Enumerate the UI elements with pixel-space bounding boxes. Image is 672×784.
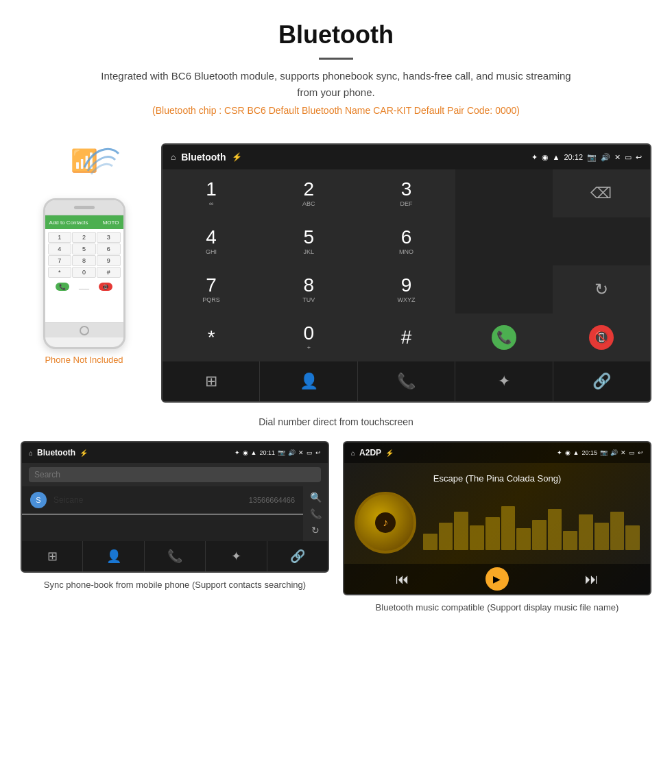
music-next-btn[interactable]: ⏭ (585, 571, 599, 587)
close-icon: ✕ (614, 153, 621, 162)
call-green-icon: 📞 (492, 325, 516, 350)
dial-key-call-red[interactable]: 📵 (553, 313, 650, 361)
music-cam-icon: 📷 (600, 449, 608, 456)
pb-contact-phone: 13566664466 (249, 496, 295, 504)
phone-speaker (74, 206, 95, 209)
music-song-title: Escape (The Pina Colada Song) (433, 473, 561, 484)
dial-key-9[interactable]: 9 WXYZ (357, 265, 455, 313)
wifi-signal-icon (81, 143, 122, 178)
dial-key-star[interactable]: * (163, 313, 260, 361)
dialer-key-8: 8 (72, 255, 96, 266)
backspace-icon: ⌫ (590, 185, 612, 202)
status-bar-right: ✦ ◉ ▲ 20:12 📷 🔊 ✕ ▭ ↩ (531, 153, 642, 162)
nav-contacts-icon[interactable]: 👤 (260, 361, 357, 401)
dialer-key-star: * (48, 267, 72, 278)
back-icon: ↩ (636, 153, 642, 162)
status-time: 20:12 (564, 153, 583, 161)
music-content: Escape (The Pina Colada Song) ♪ (344, 463, 650, 564)
caption-music: Bluetooth music compatible (Support disp… (343, 601, 651, 615)
music-prev-btn[interactable]: ⏮ (396, 571, 409, 587)
dial-key-empty-1 (455, 169, 553, 217)
music-screen: ⌂ A2DP ⚡ ✦ ◉ ▲ 20:15 📷 🔊 ✕ ▭ ↩ E (343, 441, 651, 595)
dial-key-8[interactable]: 8 TUV (260, 265, 357, 313)
android-status-bar: ⌂ Bluetooth ⚡ ✦ ◉ ▲ 20:12 📷 🔊 ✕ ▭ ↩ (163, 145, 650, 169)
dial-key-refresh[interactable]: ↻ (553, 265, 650, 313)
pb-loc-icon: ◉ (243, 449, 248, 456)
phonebook-card: ⌂ Bluetooth ⚡ ✦ ◉ ▲ 20:11 📷 🔊 ✕ ▭ ↩ (21, 441, 329, 615)
dialer-key-0: 0 (72, 267, 96, 278)
dialer-key-3: 3 (97, 232, 121, 243)
music-bt-icon: ✦ (557, 449, 562, 456)
dial-key-0[interactable]: 0 + (260, 313, 357, 361)
phone-home-circle (80, 326, 89, 335)
bottom-row: ⌂ Bluetooth ⚡ ✦ ◉ ▲ 20:11 📷 🔊 ✕ ▭ ↩ (0, 441, 672, 628)
dial-key-backspace[interactable]: ⌫ (553, 169, 650, 217)
pb-contact-name: Seicane (53, 495, 249, 505)
phone-screen-header: Add to Contacts MOTO (45, 215, 123, 229)
pb-search-icon[interactable]: 🔍 (307, 492, 324, 503)
music-album-inner: ♪ (375, 512, 396, 533)
pb-main-area: S Seicane 13566664466 🔍 📞 ↻ (22, 486, 328, 541)
camera-icon: 📷 (587, 153, 597, 162)
pb-cam-icon: 📷 (278, 449, 285, 456)
music-controls: ⏮ ▶ ⏭ (344, 564, 650, 594)
music-time: 20:15 (581, 449, 597, 456)
dialer-key-hash: # (97, 267, 121, 278)
pb-bottom-nav: ⊞ 👤 📞 ✦ 🔗 (22, 541, 328, 571)
volume-icon: 🔊 (601, 153, 610, 162)
phone-brand: MOTO (103, 219, 119, 226)
dial-key-empty-4 (455, 265, 553, 313)
pb-nav-phone[interactable]: 📞 (145, 541, 206, 571)
android-dialpad-screen: ⌂ Bluetooth ⚡ ✦ ◉ ▲ 20:12 📷 🔊 ✕ ▭ ↩ 1 ∞ (161, 143, 651, 403)
pb-nav-contacts[interactable]: 👤 (83, 541, 144, 571)
dial-key-1[interactable]: 1 ∞ (163, 169, 260, 217)
nav-dialpad-icon[interactable]: ⊞ (163, 361, 260, 401)
pb-call-icon[interactable]: 📞 (307, 508, 324, 519)
music-usb-icon: ⚡ (385, 449, 394, 457)
phone-top-bar (45, 200, 123, 215)
pb-back-icon: ↩ (315, 449, 321, 456)
main-caption: Dial number direct from touchscreen (0, 416, 672, 427)
phone-call-red-btn: 📵 (99, 283, 112, 291)
pb-status-right: ✦ ◉ ▲ 20:11 📷 🔊 ✕ ▭ ↩ (235, 449, 321, 456)
pb-time: 20:11 (259, 449, 275, 456)
phone-home-btn (45, 322, 123, 337)
dial-key-call-green[interactable]: 📞 (455, 313, 553, 361)
pb-nav-dialpad[interactable]: ⊞ (22, 541, 83, 571)
pb-search-input[interactable] (29, 467, 321, 482)
status-title: Bluetooth (181, 152, 226, 163)
nav-link-icon[interactable]: 🔗 (553, 361, 650, 401)
subtitle-text: Integrated with BC6 Bluetooth module, su… (96, 68, 576, 101)
dialer-key-9: 9 (97, 255, 121, 266)
pb-nav-link[interactable]: 🔗 (267, 541, 328, 571)
nav-phone-icon[interactable]: 📞 (358, 361, 455, 401)
dial-key-5[interactable]: 5 JKL (260, 217, 357, 265)
phone-call-green-btn: 📞 (56, 283, 69, 291)
music-play-btn[interactable]: ▶ (485, 567, 509, 591)
wifi-icon: ▲ (553, 153, 560, 161)
dial-key-7[interactable]: 7 PQRS (163, 265, 260, 313)
music-back-icon: ↩ (638, 449, 643, 456)
dial-key-4[interactable]: 4 GHI (163, 217, 260, 265)
music-status-title: A2DP (359, 448, 381, 458)
page-title: Bluetooth (14, 21, 658, 49)
dial-key-2[interactable]: 2 ABC (260, 169, 357, 217)
divider (319, 58, 353, 60)
pb-contact-avatar: S (30, 492, 47, 508)
phonebook-screen: ⌂ Bluetooth ⚡ ✦ ◉ ▲ 20:11 📷 🔊 ✕ ▭ ↩ (21, 441, 329, 573)
dial-key-6[interactable]: 6 MNO (357, 217, 455, 265)
dialer-key-1: 1 (48, 232, 72, 243)
pb-status-bar: ⌂ Bluetooth ⚡ ✦ ◉ ▲ 20:11 📷 🔊 ✕ ▭ ↩ (22, 442, 328, 463)
dial-key-3[interactable]: 3 DEF (357, 169, 455, 217)
music-status-right: ✦ ◉ ▲ 20:15 📷 🔊 ✕ ▭ ↩ (557, 449, 643, 456)
dial-key-hash[interactable]: # (357, 313, 455, 361)
location-icon: ◉ (542, 153, 549, 162)
nav-bluetooth-icon[interactable]: ✦ (455, 361, 553, 401)
pb-contact-list: S Seicane 13566664466 (22, 486, 303, 541)
pb-nav-bluetooth[interactable]: ✦ (206, 541, 267, 571)
phone-not-included-text: Phone Not Included (45, 355, 123, 365)
music-close-icon: ✕ (621, 449, 626, 456)
pb-status-title: Bluetooth (37, 448, 75, 458)
pb-refresh-icon[interactable]: ↻ (307, 525, 324, 536)
dial-key-empty-2 (455, 217, 553, 265)
